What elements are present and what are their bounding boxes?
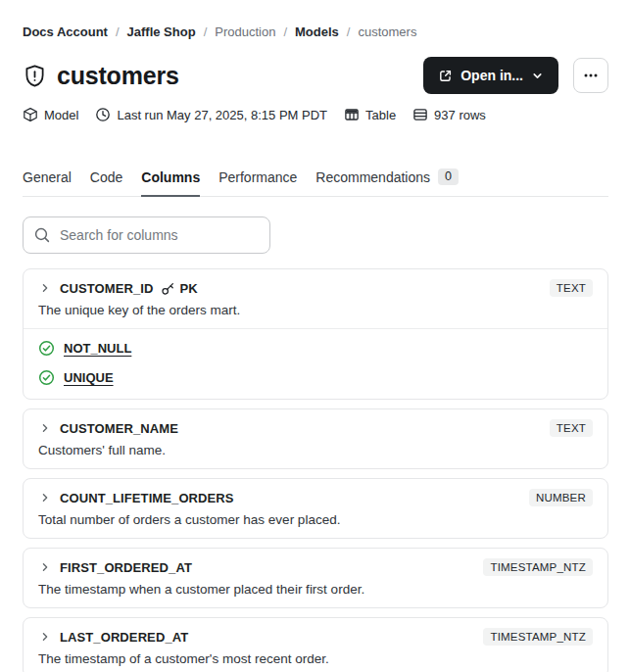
column-type-badge: TIMESTAMP_NTZ bbox=[483, 628, 593, 646]
column-card: LAST_ORDERED_AT TIMESTAMP_NTZ The timest… bbox=[23, 617, 608, 672]
chevron-right-icon[interactable] bbox=[38, 421, 52, 435]
ellipsis-icon bbox=[583, 68, 599, 83]
column-name: CUSTOMER_ID bbox=[60, 281, 153, 296]
column-header[interactable]: COUNT_LIFETIME_ORDERS NUMBER bbox=[38, 489, 593, 506]
test-link[interactable]: UNIQUE bbox=[64, 370, 114, 385]
column-tests: NOT_NULL UNIQUE bbox=[24, 328, 607, 399]
tab[interactable]: Performance bbox=[218, 168, 297, 197]
header-actions: Open in... bbox=[423, 57, 608, 94]
column-card-main: FIRST_ORDERED_AT TIMESTAMP_NTZ The times… bbox=[24, 549, 607, 607]
meta-label: Table bbox=[365, 108, 396, 122]
column-type-badge: TEXT bbox=[550, 419, 593, 437]
column-type-badge: TIMESTAMP_NTZ bbox=[483, 558, 593, 576]
chevron-right-icon[interactable] bbox=[38, 630, 52, 644]
column-card-main: LAST_ORDERED_AT TIMESTAMP_NTZ The timest… bbox=[24, 618, 607, 672]
meta-item-row-count: 937 rows bbox=[412, 107, 486, 122]
column-name: CUSTOMER_NAME bbox=[60, 421, 178, 436]
tab-label: Columns bbox=[141, 169, 200, 185]
test-row: UNIQUE bbox=[38, 369, 593, 386]
column-description: The timestamp when a customer placed the… bbox=[38, 582, 593, 597]
tab[interactable]: General bbox=[23, 168, 72, 197]
test-row: NOT_NULL bbox=[38, 340, 593, 357]
breadcrumb: Docs Account / Jaffle Shop / Production … bbox=[23, 24, 608, 40]
tab[interactable]: Columns bbox=[141, 168, 200, 197]
database-rows-icon bbox=[412, 107, 428, 122]
column-header[interactable]: LAST_ORDERED_AT TIMESTAMP_NTZ bbox=[38, 628, 593, 646]
breadcrumb-separator: / bbox=[283, 24, 287, 40]
meta-item-type: Model bbox=[23, 107, 78, 122]
column-card-main: CUSTOMER_ID PK TEXT bbox=[24, 269, 607, 328]
meta-label: Last run May 27, 2025, 8:15 PM PDT bbox=[117, 108, 327, 122]
open-in-button[interactable]: Open in... bbox=[423, 57, 558, 94]
clock-icon bbox=[95, 107, 111, 122]
column-card: CUSTOMER_ID PK TEXT bbox=[23, 268, 608, 400]
pk-label: PK bbox=[179, 281, 197, 296]
model-detail-page: Docs Account / Jaffle Shop / Production … bbox=[0, 0, 630, 672]
page-header: customers Open in... bbox=[23, 57, 608, 94]
column-header[interactable]: CUSTOMER_NAME TEXT bbox=[38, 419, 593, 437]
search-wrap bbox=[23, 216, 270, 254]
search-icon bbox=[33, 226, 51, 244]
breadcrumb-separator: / bbox=[116, 24, 120, 40]
breadcrumb-item[interactable]: Jaffle Shop bbox=[127, 24, 196, 40]
breadcrumb-item[interactable]: Production bbox=[215, 24, 275, 40]
table-icon bbox=[344, 107, 360, 122]
model-cube-icon bbox=[23, 107, 38, 122]
meta-label: Model bbox=[44, 108, 78, 122]
test-link[interactable]: NOT_NULL bbox=[64, 341, 131, 356]
column-card-main: COUNT_LIFETIME_ORDERS NUMBER Total numbe… bbox=[24, 479, 607, 538]
column-list: CUSTOMER_ID PK TEXT bbox=[23, 268, 608, 672]
column-name: LAST_ORDERED_AT bbox=[60, 630, 188, 645]
breadcrumb-separator: / bbox=[204, 24, 208, 40]
column-description: The timestamp of a customer's most recen… bbox=[38, 651, 593, 666]
tab-count-badge: 0 bbox=[438, 168, 459, 185]
meta-row: Model Last run May 27, 2025, 8:15 PM PDT bbox=[23, 107, 608, 122]
column-card: FIRST_ORDERED_AT TIMESTAMP_NTZ The times… bbox=[23, 548, 608, 608]
meta-label: 937 rows bbox=[434, 108, 486, 122]
column-type-badge: NUMBER bbox=[529, 489, 593, 506]
column-name: FIRST_ORDERED_AT bbox=[60, 560, 192, 575]
chevron-right-icon[interactable] bbox=[38, 560, 52, 574]
chevron-right-icon[interactable] bbox=[38, 491, 52, 504]
tab-label: General bbox=[23, 169, 72, 185]
check-circle-icon bbox=[38, 369, 55, 386]
tab[interactable]: Recommendations 0 bbox=[315, 168, 459, 197]
column-description: Total number of orders a customer has ev… bbox=[38, 512, 593, 527]
breadcrumb-item[interactable]: customers bbox=[358, 24, 416, 40]
title-wrap: customers bbox=[23, 62, 179, 90]
key-icon bbox=[161, 281, 175, 296]
column-header[interactable]: FIRST_ORDERED_AT TIMESTAMP_NTZ bbox=[38, 558, 593, 576]
breadcrumb-item[interactable]: Models bbox=[295, 24, 339, 40]
page-title: customers bbox=[57, 62, 179, 90]
meta-item-last-run: Last run May 27, 2025, 8:15 PM PDT bbox=[95, 107, 327, 122]
tab[interactable]: Code bbox=[90, 168, 122, 197]
column-description: The unique key of the orders mart. bbox=[38, 303, 593, 317]
column-card: COUNT_LIFETIME_ORDERS NUMBER Total numbe… bbox=[23, 478, 608, 539]
column-header[interactable]: CUSTOMER_ID PK TEXT bbox=[38, 279, 593, 297]
tab-label: Code bbox=[90, 169, 122, 185]
check-circle-icon bbox=[38, 340, 55, 357]
meta-item-materialization: Table bbox=[344, 107, 396, 122]
column-description: Customers' full name. bbox=[38, 443, 593, 457]
breadcrumb-item[interactable]: Docs Account bbox=[23, 24, 108, 40]
tab-bar: General Code Columns Performance Recomme… bbox=[23, 168, 608, 197]
search-input[interactable] bbox=[23, 216, 270, 254]
column-name: COUNT_LIFETIME_ORDERS bbox=[60, 491, 234, 505]
primary-key-indicator: PK bbox=[161, 281, 197, 296]
chevron-right-icon[interactable] bbox=[38, 281, 52, 295]
more-options-button[interactable] bbox=[573, 58, 608, 93]
open-in-label: Open in... bbox=[460, 68, 523, 83]
column-type-badge: TEXT bbox=[550, 279, 593, 297]
breadcrumb-separator: / bbox=[347, 24, 351, 40]
external-link-icon bbox=[438, 69, 453, 83]
tab-label: Performance bbox=[218, 169, 297, 185]
column-card-main: CUSTOMER_NAME TEXT Customers' full name. bbox=[24, 409, 607, 468]
chevron-down-icon bbox=[531, 70, 544, 82]
column-card: CUSTOMER_NAME TEXT Customers' full name. bbox=[23, 408, 608, 469]
tab-label: Recommendations bbox=[315, 169, 430, 185]
shield-alert-icon bbox=[23, 63, 47, 89]
